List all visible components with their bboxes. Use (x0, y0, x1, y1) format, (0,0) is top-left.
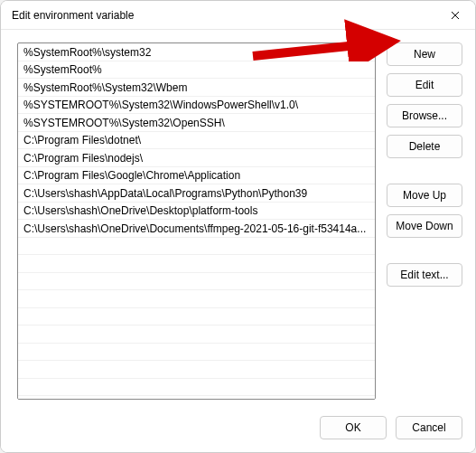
list-item[interactable]: C:\Users\shash\OneDrive\Desktop\platform… (18, 203, 375, 221)
list-item[interactable]: %SystemRoot%\system32 (18, 43, 375, 61)
browse-button[interactable]: Browse... (387, 104, 462, 127)
move-up-button[interactable]: Move Up (387, 184, 462, 207)
dialog-content: %SystemRoot%\system32%SystemRoot%%System… (1, 30, 475, 452)
list-item[interactable]: C:\Users\shash\AppData\Local\Programs\Py… (18, 184, 375, 203)
path-list[interactable]: %SystemRoot%\system32%SystemRoot%%System… (17, 42, 376, 400)
list-item[interactable]: C:\Program Files\dotnet\ (18, 132, 375, 150)
close-icon (451, 11, 460, 20)
dialog-window: Edit environment variable %SystemRoot%\s… (0, 0, 476, 453)
window-title: Edit environment variable (12, 9, 134, 22)
edit-text-button[interactable]: Edit text... (387, 263, 462, 287)
list-item[interactable]: %SystemRoot% (18, 61, 375, 80)
list-empty-area (18, 238, 375, 400)
list-item[interactable]: %SYSTEMROOT%\System32\WindowsPowerShell\… (18, 97, 375, 115)
bottom-button-row: OK Cancel (17, 400, 462, 439)
cancel-button[interactable]: Cancel (396, 416, 462, 439)
list-item[interactable]: %SystemRoot%\System32\Wbem (18, 79, 375, 97)
list-item[interactable]: C:\Program Files\Google\Chrome\Applicati… (18, 167, 375, 185)
list-item[interactable]: C:\Program Files\nodejs\ (18, 149, 375, 167)
titlebar: Edit environment variable (1, 1, 475, 30)
list-item[interactable]: %SYSTEMROOT%\System32\OpenSSH\ (18, 114, 375, 132)
edit-button[interactable]: Edit (387, 73, 462, 97)
new-button[interactable]: New (387, 42, 462, 66)
move-down-button[interactable]: Move Down (387, 214, 462, 238)
delete-button[interactable]: Delete (387, 135, 462, 158)
close-button[interactable] (435, 1, 475, 30)
ok-button[interactable]: OK (320, 416, 387, 439)
list-item[interactable]: C:\Users\shash\OneDrive\Documents\ffmpeg… (18, 220, 375, 238)
button-column: New Edit Browse... Delete Move Up Move D… (387, 42, 462, 400)
